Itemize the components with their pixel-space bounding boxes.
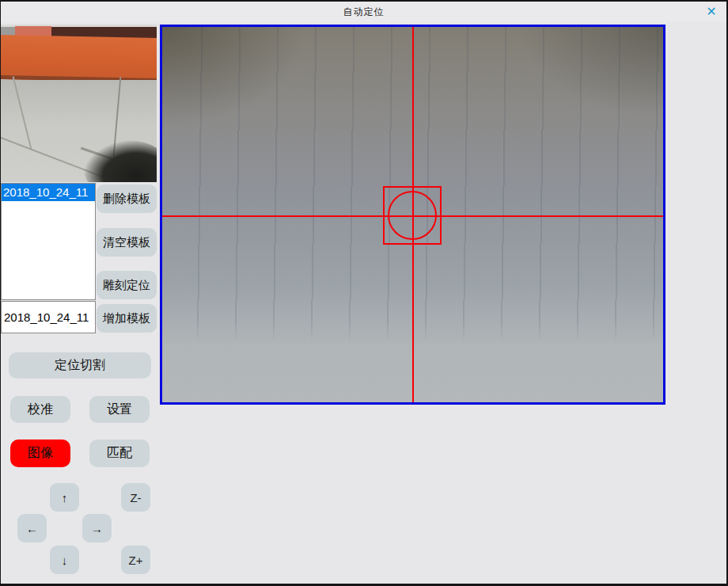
jog-up-button[interactable]: ↑: [50, 483, 79, 512]
thumbnail-tile-wall: [1, 80, 157, 182]
template-list[interactable]: 2018_10_24_11: [1, 183, 96, 300]
position-cut-button[interactable]: 定位切割: [9, 352, 151, 379]
settings-button[interactable]: 设置: [89, 396, 150, 423]
calibrate-button[interactable]: 校准: [10, 396, 70, 423]
auto-position-dialog: 自动定位 ✕ 2018_10_24_11 删除模板 清空模板 雕刻定位 增加模板…: [0, 0, 728, 586]
title-bar: 自动定位 ✕: [1, 2, 726, 22]
template-list-item-selected[interactable]: 2018_10_24_11: [2, 184, 95, 201]
jog-down-button[interactable]: ↓: [50, 546, 79, 574]
template-thumbnail-image: [1, 25, 157, 182]
delete-template-button[interactable]: 删除模板: [97, 185, 157, 213]
match-button[interactable]: 匹配: [89, 440, 150, 467]
jog-left-button[interactable]: ←: [17, 514, 47, 542]
close-icon[interactable]: ✕: [703, 3, 720, 21]
camera-view[interactable]: [160, 25, 665, 405]
template-name-input[interactable]: [1, 301, 96, 333]
target-circle-marker: [388, 191, 437, 240]
z-plus-button[interactable]: Z+: [121, 546, 150, 574]
tile-grout-line: [13, 76, 32, 150]
dialog-title: 自动定位: [1, 6, 726, 19]
thumbnail-shadow-blob: [84, 140, 157, 182]
engrave-position-button[interactable]: 雕刻定位: [97, 271, 157, 299]
clear-templates-button[interactable]: 清空模板: [97, 228, 157, 257]
add-template-button[interactable]: 增加模板: [97, 304, 157, 333]
z-minus-button[interactable]: Z-: [121, 483, 150, 512]
jog-right-button[interactable]: →: [82, 514, 112, 542]
image-button[interactable]: 图像: [10, 440, 70, 467]
